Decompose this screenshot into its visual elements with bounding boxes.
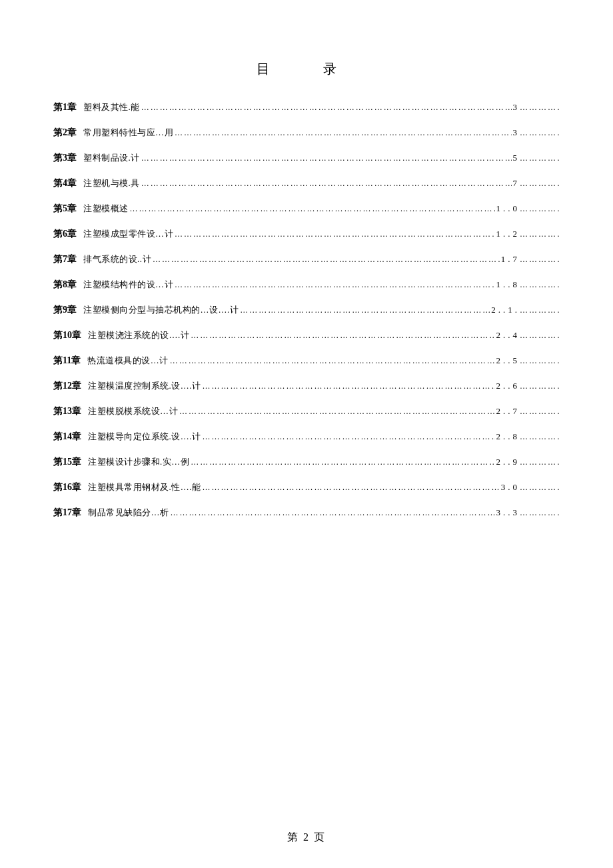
- leader-dots: [140, 103, 512, 113]
- toc-entry: 第2章常用塑料特性与应…用3: [53, 127, 560, 139]
- trailing-dots: [520, 305, 560, 315]
- page-footer: 第 2 页: [0, 831, 613, 845]
- chapter-label: 第10章: [53, 329, 81, 341]
- toc-entry: 第17章制品常见缺陷分…析3..3: [53, 507, 560, 519]
- chapter-topic: 注塑模导向定位系统.设….计: [88, 431, 201, 443]
- leader-dots: [173, 280, 495, 290]
- page-number: 2..9: [495, 457, 520, 467]
- page-number: 3: [512, 102, 520, 113]
- toc-entry: 第13章注塑模脱模系统设…计2..7: [53, 405, 560, 417]
- trailing-dots: [520, 407, 560, 417]
- chapter-label: 第12章: [53, 380, 81, 392]
- leader-dots: [239, 305, 490, 315]
- leader-dots: [140, 153, 512, 163]
- leader-dots: [189, 457, 494, 467]
- page-number: 5: [512, 153, 520, 163]
- leader-dots: [129, 204, 495, 214]
- toc-entry: 第3章塑料制品设.计5: [53, 152, 560, 164]
- chapter-topic: 塑料及其性.能: [83, 101, 140, 113]
- leader-dots: [173, 229, 495, 239]
- chapter-topic: 制品常见缺陷分…析: [88, 507, 169, 519]
- trailing-dots: [520, 229, 560, 239]
- toc-entry: 第16章注塑模具常用钢材及.性….能3.0: [53, 481, 560, 493]
- chapter-label: 第6章: [53, 228, 77, 240]
- chapter-topic: 注塑模成型零件设…计: [83, 228, 173, 240]
- trailing-dots: [520, 331, 560, 341]
- trailing-dots: [520, 508, 560, 518]
- page-number: 2..1.: [490, 305, 520, 315]
- page-number: 2..5: [495, 355, 520, 366]
- page-number: 1..0: [495, 203, 520, 214]
- trailing-dots: [520, 381, 560, 391]
- toc-entry: 第11章热流道模具的设…计2..5: [53, 355, 560, 367]
- chapter-label: 第8章: [53, 279, 77, 291]
- chapter-topic: 注塑模侧向分型与抽芯机构的…设….计: [83, 304, 239, 316]
- leader-dots: [169, 508, 495, 518]
- toc-entry: 第15章注塑模设计步骤和.实…例2..9: [53, 456, 560, 468]
- page-number: 3..3: [495, 507, 520, 518]
- chapter-topic: 排气系统的设..计: [83, 253, 151, 265]
- page-number: 2..7: [495, 406, 520, 417]
- page-number: 3.0: [500, 482, 520, 493]
- table-of-contents: 第1章塑料及其性.能3第2章常用塑料特性与应…用3第3章塑料制品设.计5第4章注…: [53, 101, 560, 519]
- chapter-topic: 注塑模概述: [83, 203, 129, 215]
- page-number: 1.7: [500, 254, 520, 265]
- toc-entry: 第1章塑料及其性.能3: [53, 101, 560, 113]
- toc-entry: 第12章注塑模温度控制系统.设….计2..6: [53, 380, 560, 392]
- chapter-label: 第5章: [53, 203, 77, 215]
- page-number: 2..6: [495, 381, 520, 391]
- chapter-label: 第9章: [53, 304, 77, 316]
- page-number: 1..8: [495, 279, 520, 290]
- page-number: 3: [512, 127, 520, 138]
- chapter-topic: 注塑机与模.具: [83, 177, 140, 189]
- toc-entry: 第9章注塑模侧向分型与抽芯机构的…设….计2..1.: [53, 304, 560, 316]
- leader-dots: [201, 483, 500, 493]
- chapter-label: 第14章: [53, 431, 81, 443]
- chapter-label: 第11章: [53, 355, 81, 367]
- toc-entry: 第6章注塑模成型零件设…计1..2: [53, 228, 560, 240]
- page-number: 1..2: [495, 229, 520, 239]
- chapter-topic: 热流道模具的设…计: [87, 355, 169, 367]
- trailing-dots: [520, 483, 560, 493]
- chapter-topic: 注塑模结构件的设…计: [83, 279, 173, 291]
- toc-entry: 第5章注塑模概述1..0: [53, 203, 560, 215]
- leader-dots: [173, 128, 512, 138]
- chapter-label: 第7章: [53, 253, 77, 265]
- toc-entry: 第7章排气系统的设..计1.7: [53, 253, 560, 265]
- chapter-topic: 注塑模脱模系统设…计: [88, 405, 178, 417]
- chapter-topic: 注塑模浇注系统的设….计: [88, 329, 189, 341]
- trailing-dots: [520, 255, 560, 265]
- chapter-topic: 注塑模设计步骤和.实…例: [88, 456, 189, 468]
- chapter-topic: 常用塑料特性与应…用: [83, 127, 173, 139]
- trailing-dots: [520, 179, 560, 189]
- leader-dots: [151, 255, 500, 265]
- chapter-label: 第16章: [53, 481, 81, 493]
- chapter-label: 第2章: [53, 127, 77, 139]
- leader-dots: [189, 331, 494, 341]
- chapter-label: 第1章: [53, 101, 77, 113]
- trailing-dots: [520, 153, 560, 163]
- page-number: 2..8: [495, 431, 520, 442]
- chapter-topic: 注塑模具常用钢材及.性….能: [88, 481, 201, 493]
- page-number: 7: [512, 178, 520, 189]
- page-number: 2..4: [495, 330, 520, 341]
- leader-dots: [201, 381, 495, 391]
- trailing-dots: [520, 103, 560, 113]
- toc-entry: 第4章注塑机与模.具7: [53, 177, 560, 189]
- chapter-label: 第17章: [53, 507, 81, 519]
- toc-entry: 第10章注塑模浇注系统的设….计2..4: [53, 329, 560, 341]
- toc-entry: 第14章注塑模导向定位系统.设….计2..8: [53, 431, 560, 443]
- trailing-dots: [520, 128, 560, 138]
- leader-dots: [178, 407, 495, 417]
- toc-title: 目 录: [53, 60, 560, 78]
- chapter-label: 第3章: [53, 152, 77, 164]
- chapter-label: 第15章: [53, 456, 81, 468]
- leader-dots: [140, 179, 512, 189]
- trailing-dots: [520, 280, 560, 290]
- chapter-label: 第4章: [53, 177, 77, 189]
- leader-dots: [169, 356, 495, 366]
- trailing-dots: [520, 356, 560, 366]
- chapter-topic: 塑料制品设.计: [83, 152, 140, 164]
- chapter-topic: 注塑模温度控制系统.设….计: [88, 380, 201, 392]
- trailing-dots: [520, 432, 560, 442]
